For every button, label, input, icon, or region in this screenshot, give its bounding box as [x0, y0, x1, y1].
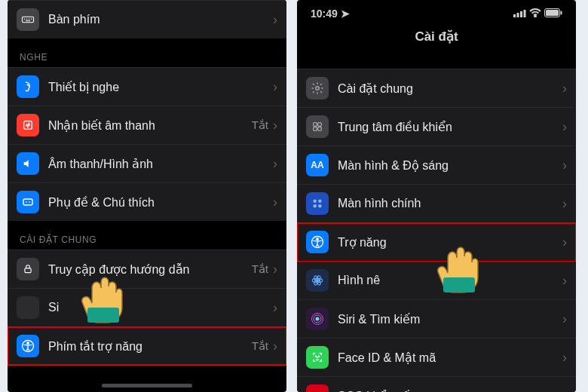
svg-rect-18 — [546, 10, 559, 16]
section-header-hearing: NGHE — [8, 38, 286, 67]
svg-point-37 — [316, 317, 320, 321]
svg-rect-13 — [517, 13, 519, 17]
row-faceid[interactable]: Face ID & Mật mã › — [297, 338, 576, 377]
chevron-icon: › — [562, 81, 567, 96]
chevron-icon: › — [273, 194, 277, 210]
svg-rect-12 — [513, 14, 516, 17]
svg-rect-28 — [318, 204, 321, 207]
display-label: Màn hình & Độ sáng — [338, 158, 562, 173]
chevron-icon: › — [562, 119, 567, 135]
svg-point-2 — [26, 19, 28, 20]
svg-point-16 — [534, 16, 536, 17]
keyboard-label: Bàn phím — [48, 13, 273, 26]
chevron-icon: › — [562, 234, 567, 250]
chevron-icon: › — [273, 300, 277, 316]
location-icon: ➤ — [341, 8, 350, 20]
svg-point-20 — [316, 87, 320, 90]
chevron-icon: › — [562, 311, 567, 327]
chevron-icon: › — [562, 158, 567, 173]
svg-point-38 — [315, 356, 316, 357]
row-siri[interactable]: Siri & Tìm kiếm › — [297, 300, 576, 338]
svg-rect-5 — [26, 20, 30, 21]
control-center-icon — [306, 115, 329, 138]
sound-recognition-value: Tắt — [252, 118, 268, 132]
subtitle-icon — [17, 191, 39, 213]
sound-recognition-icon — [17, 114, 39, 136]
chevron-icon: › — [273, 12, 277, 28]
faceid-icon — [306, 346, 329, 369]
svg-rect-7 — [23, 199, 32, 205]
svg-point-10 — [27, 342, 29, 345]
chevron-icon: › — [273, 79, 277, 95]
svg-rect-0 — [23, 17, 34, 23]
chevron-icon: › — [562, 196, 567, 212]
svg-point-30 — [317, 238, 319, 240]
svg-rect-25 — [314, 200, 317, 203]
row-subtitle[interactable]: Phụ đề & Chú thích › — [8, 183, 286, 221]
row-wallpaper[interactable]: Hình nê › — [297, 262, 576, 300]
keyboard-icon — [17, 8, 39, 31]
row-sos[interactable]: SOS SOS khẩn cấp › — [297, 377, 576, 392]
text-size-icon: AA — [306, 154, 329, 176]
svg-rect-26 — [318, 200, 321, 203]
row-keyboard[interactable]: Bàn phím › — [8, 0, 286, 38]
guided-value: Tắt — [252, 262, 268, 276]
blank-icon — [17, 296, 39, 319]
sos-icon: SOS — [306, 384, 329, 392]
chevron-icon: › — [273, 338, 277, 354]
svg-rect-23 — [314, 127, 317, 131]
section-header-general: CÀI ĐẶT CHUNG — [8, 221, 286, 250]
page-title: Cài đặt — [297, 23, 576, 55]
accessibility-icon — [17, 335, 39, 357]
svg-rect-27 — [314, 204, 317, 207]
signal-icon — [513, 8, 526, 20]
speaker-icon — [17, 152, 39, 175]
wallpaper-label: Hình nê — [338, 274, 562, 287]
guided-label: Truy cập được hướng dẫn — [48, 262, 252, 277]
svg-point-39 — [318, 356, 319, 357]
row-display[interactable]: AA Màn hình & Độ sáng › — [297, 146, 576, 185]
svg-point-4 — [31, 19, 32, 20]
wallpaper-icon — [306, 269, 329, 292]
control-label: Trung tâm điều khiển — [338, 120, 562, 134]
wifi-icon — [529, 8, 541, 20]
phone-left-accessibility: Bàn phím › NGHE Thiết bị nghe › Nhận biế… — [8, 0, 286, 392]
chevron-icon: › — [273, 118, 277, 133]
status-time: 10:49 — [311, 8, 338, 20]
row-hearing-devices[interactable]: Thiết bị nghe › — [8, 67, 286, 106]
chevron-icon: › — [562, 273, 567, 289]
chevron-icon: › — [273, 262, 277, 277]
sos-label: SOS khẩn cấp — [338, 389, 562, 393]
row-sound-recognition[interactable]: Nhận biết âm thanh Tắt › — [8, 106, 286, 145]
shortcut-label: Phím tắt trợ năng — [48, 339, 252, 354]
siri-label: Siri & Tìm kiếm — [338, 312, 562, 326]
gear-icon — [306, 77, 329, 100]
ear-icon — [17, 75, 39, 98]
svg-point-3 — [29, 19, 30, 20]
home-indicator[interactable] — [102, 384, 192, 387]
svg-rect-19 — [561, 11, 562, 15]
home-label: Màn hình chính — [338, 197, 562, 210]
faceid-label: Face ID & Mật mã — [338, 351, 562, 365]
home-screen-icon — [306, 192, 329, 215]
si-label: Si — [48, 301, 273, 314]
svg-rect-8 — [25, 268, 31, 273]
row-si-truncated[interactable]: Si › — [8, 289, 286, 327]
row-control-center[interactable]: Trung tâm điều khiển › — [297, 108, 576, 146]
chevron-icon: › — [562, 388, 567, 393]
chevron-icon: › — [273, 156, 277, 172]
row-audio-visual[interactable]: Âm thanh/Hình ảnh › — [8, 145, 286, 183]
general-label: Cài đặt chung — [338, 81, 562, 96]
status-bar: 10:49 ➤ — [297, 0, 576, 23]
accessibility-icon — [306, 231, 329, 253]
row-general[interactable]: Cài đặt chung › — [297, 69, 576, 108]
row-home-screen[interactable]: Màn hình chính › — [297, 185, 576, 223]
phone-right-settings: 10:49 ➤ Cài đặt Cài đặt chung › — [297, 0, 576, 392]
battery-icon — [544, 8, 562, 20]
row-accessibility[interactable]: Trợ năng › — [297, 223, 576, 262]
row-guided-access[interactable]: Truy cập được hướng dẫn Tắt › — [8, 250, 286, 289]
svg-rect-21 — [314, 123, 317, 127]
row-accessibility-shortcut[interactable]: Phím tắt trợ năng Tắt › — [8, 327, 286, 365]
accessibility-label: Trợ năng — [338, 235, 562, 250]
svg-rect-15 — [524, 10, 526, 17]
